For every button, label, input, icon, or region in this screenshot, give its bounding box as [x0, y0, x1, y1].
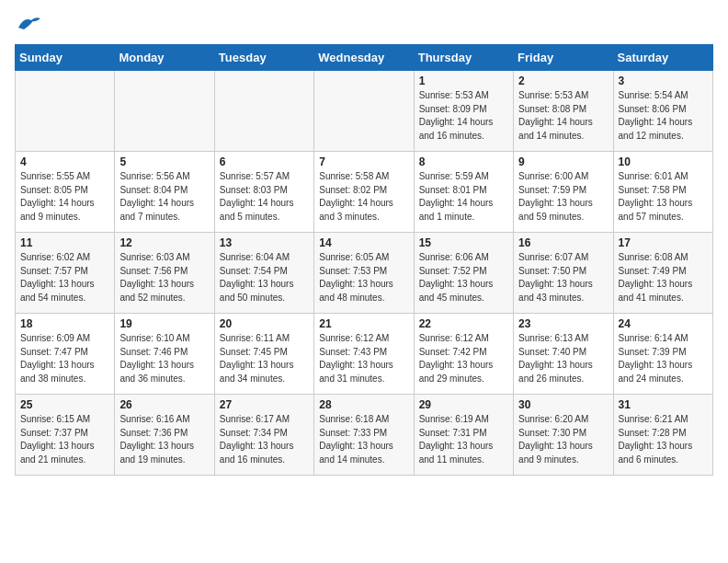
day-detail: Sunrise: 6:11 AM Sunset: 7:45 PM Dayligh…	[220, 332, 309, 385]
day-number: 4	[20, 155, 109, 168]
day-detail: Sunrise: 6:09 AM Sunset: 7:47 PM Dayligh…	[20, 332, 109, 385]
day-cell: 27Sunrise: 6:17 AM Sunset: 7:34 PM Dayli…	[214, 395, 313, 476]
day-detail: Sunrise: 6:08 AM Sunset: 7:49 PM Dayligh…	[619, 251, 708, 304]
day-detail: Sunrise: 6:19 AM Sunset: 7:31 PM Dayligh…	[419, 413, 508, 466]
day-cell	[16, 71, 115, 152]
day-detail: Sunrise: 6:00 AM Sunset: 7:59 PM Dayligh…	[518, 170, 608, 224]
day-number: 18	[20, 317, 109, 330]
day-cell: 15Sunrise: 6:06 AM Sunset: 7:52 PM Dayli…	[414, 233, 513, 314]
day-cell: 20Sunrise: 6:11 AM Sunset: 7:45 PM Dayli…	[214, 314, 313, 395]
day-detail: Sunrise: 6:07 AM Sunset: 7:50 PM Dayligh…	[518, 251, 608, 304]
day-number: 12	[119, 236, 209, 249]
day-detail: Sunrise: 6:03 AM Sunset: 7:56 PM Dayligh…	[119, 251, 209, 304]
day-detail: Sunrise: 5:56 AM Sunset: 8:04 PM Dayligh…	[119, 170, 209, 224]
logo	[15, 15, 42, 33]
day-detail: Sunrise: 6:12 AM Sunset: 7:42 PM Dayligh…	[419, 332, 508, 385]
day-detail: Sunrise: 6:06 AM Sunset: 7:52 PM Dayligh…	[419, 251, 508, 304]
day-cell	[214, 71, 313, 152]
day-number: 1	[419, 75, 508, 87]
week-row-2: 11Sunrise: 6:02 AM Sunset: 7:57 PM Dayli…	[16, 233, 713, 314]
day-cell	[314, 71, 414, 152]
day-cell: 11Sunrise: 6:02 AM Sunset: 7:57 PM Dayli…	[16, 233, 115, 314]
day-cell: 24Sunrise: 6:14 AM Sunset: 7:39 PM Dayli…	[613, 314, 712, 395]
day-detail: Sunrise: 5:57 AM Sunset: 8:03 PM Dayligh…	[220, 170, 309, 224]
day-cell: 5Sunrise: 5:56 AM Sunset: 8:04 PM Daylig…	[115, 152, 214, 233]
weekday-thursday: Thursday	[414, 45, 513, 71]
weekday-friday: Friday	[514, 45, 613, 71]
day-number: 28	[319, 398, 408, 411]
day-cell: 4Sunrise: 5:55 AM Sunset: 8:05 PM Daylig…	[16, 152, 115, 233]
day-number: 30	[518, 398, 608, 411]
day-detail: Sunrise: 5:53 AM Sunset: 8:08 PM Dayligh…	[518, 89, 608, 143]
calendar-header: SundayMondayTuesdayWednesdayThursdayFrid…	[16, 45, 713, 71]
day-number: 20	[220, 317, 309, 330]
day-cell: 16Sunrise: 6:07 AM Sunset: 7:50 PM Dayli…	[514, 233, 613, 314]
day-cell: 10Sunrise: 6:01 AM Sunset: 7:58 PM Dayli…	[613, 152, 712, 233]
day-number: 2	[518, 75, 608, 87]
weekday-sunday: Sunday	[16, 45, 115, 71]
day-number: 13	[220, 236, 309, 249]
day-number: 21	[319, 317, 408, 330]
day-number: 11	[20, 236, 109, 249]
day-detail: Sunrise: 6:17 AM Sunset: 7:34 PM Dayligh…	[220, 413, 309, 466]
day-cell: 28Sunrise: 6:18 AM Sunset: 7:33 PM Dayli…	[314, 395, 414, 476]
day-number: 29	[419, 398, 508, 411]
day-detail: Sunrise: 5:53 AM Sunset: 8:09 PM Dayligh…	[419, 89, 508, 143]
day-detail: Sunrise: 6:02 AM Sunset: 7:57 PM Dayligh…	[20, 251, 109, 304]
day-detail: Sunrise: 6:15 AM Sunset: 7:37 PM Dayligh…	[20, 413, 109, 466]
week-row-0: 1Sunrise: 5:53 AM Sunset: 8:09 PM Daylig…	[16, 71, 713, 152]
day-detail: Sunrise: 6:05 AM Sunset: 7:53 PM Dayligh…	[319, 251, 408, 304]
day-number: 15	[419, 236, 508, 249]
weekday-tuesday: Tuesday	[214, 45, 313, 71]
day-cell: 12Sunrise: 6:03 AM Sunset: 7:56 PM Dayli…	[115, 233, 214, 314]
day-cell: 2Sunrise: 5:53 AM Sunset: 8:08 PM Daylig…	[514, 71, 613, 152]
day-number: 25	[20, 398, 109, 411]
day-number: 6	[220, 155, 309, 168]
day-cell: 7Sunrise: 5:58 AM Sunset: 8:02 PM Daylig…	[314, 152, 414, 233]
page-header	[15, 15, 713, 33]
day-detail: Sunrise: 6:13 AM Sunset: 7:40 PM Dayligh…	[518, 332, 608, 385]
day-number: 19	[119, 317, 209, 330]
day-number: 22	[419, 317, 508, 330]
day-number: 31	[619, 398, 708, 411]
day-detail: Sunrise: 6:04 AM Sunset: 7:54 PM Dayligh…	[220, 251, 309, 304]
day-cell: 22Sunrise: 6:12 AM Sunset: 7:42 PM Dayli…	[414, 314, 513, 395]
week-row-1: 4Sunrise: 5:55 AM Sunset: 8:05 PM Daylig…	[16, 152, 713, 233]
day-number: 16	[518, 236, 608, 249]
day-number: 8	[419, 155, 508, 168]
day-cell	[115, 71, 214, 152]
calendar-body: 1Sunrise: 5:53 AM Sunset: 8:09 PM Daylig…	[16, 71, 713, 476]
day-detail: Sunrise: 5:58 AM Sunset: 8:02 PM Dayligh…	[319, 170, 408, 224]
weekday-wednesday: Wednesday	[314, 45, 414, 71]
day-number: 7	[319, 155, 408, 168]
day-number: 14	[319, 236, 408, 249]
day-cell: 19Sunrise: 6:10 AM Sunset: 7:46 PM Dayli…	[115, 314, 214, 395]
day-cell: 23Sunrise: 6:13 AM Sunset: 7:40 PM Dayli…	[514, 314, 613, 395]
weekday-saturday: Saturday	[613, 45, 712, 71]
day-number: 24	[619, 317, 708, 330]
day-number: 26	[119, 398, 209, 411]
day-cell: 9Sunrise: 6:00 AM Sunset: 7:59 PM Daylig…	[514, 152, 613, 233]
day-detail: Sunrise: 5:59 AM Sunset: 8:01 PM Dayligh…	[419, 170, 508, 224]
calendar-table: SundayMondayTuesdayWednesdayThursdayFrid…	[15, 44, 713, 476]
day-detail: Sunrise: 6:21 AM Sunset: 7:28 PM Dayligh…	[619, 413, 708, 466]
day-cell: 3Sunrise: 5:54 AM Sunset: 8:06 PM Daylig…	[613, 71, 712, 152]
day-detail: Sunrise: 6:10 AM Sunset: 7:46 PM Dayligh…	[119, 332, 209, 385]
week-row-3: 18Sunrise: 6:09 AM Sunset: 7:47 PM Dayli…	[16, 314, 713, 395]
day-cell: 8Sunrise: 5:59 AM Sunset: 8:01 PM Daylig…	[414, 152, 513, 233]
day-number: 23	[518, 317, 608, 330]
day-cell: 13Sunrise: 6:04 AM Sunset: 7:54 PM Dayli…	[214, 233, 313, 314]
day-number: 3	[619, 75, 708, 87]
day-cell: 26Sunrise: 6:16 AM Sunset: 7:36 PM Dayli…	[115, 395, 214, 476]
day-number: 10	[619, 155, 708, 168]
day-detail: Sunrise: 6:14 AM Sunset: 7:39 PM Dayligh…	[619, 332, 708, 385]
day-detail: Sunrise: 6:16 AM Sunset: 7:36 PM Dayligh…	[119, 413, 209, 466]
day-cell: 1Sunrise: 5:53 AM Sunset: 8:09 PM Daylig…	[414, 71, 513, 152]
day-detail: Sunrise: 5:55 AM Sunset: 8:05 PM Dayligh…	[20, 170, 109, 224]
day-detail: Sunrise: 6:18 AM Sunset: 7:33 PM Dayligh…	[319, 413, 408, 466]
day-cell: 29Sunrise: 6:19 AM Sunset: 7:31 PM Dayli…	[414, 395, 513, 476]
day-number: 27	[220, 398, 309, 411]
day-number: 17	[619, 236, 708, 249]
day-cell: 25Sunrise: 6:15 AM Sunset: 7:37 PM Dayli…	[16, 395, 115, 476]
day-cell: 21Sunrise: 6:12 AM Sunset: 7:43 PM Dayli…	[314, 314, 414, 395]
